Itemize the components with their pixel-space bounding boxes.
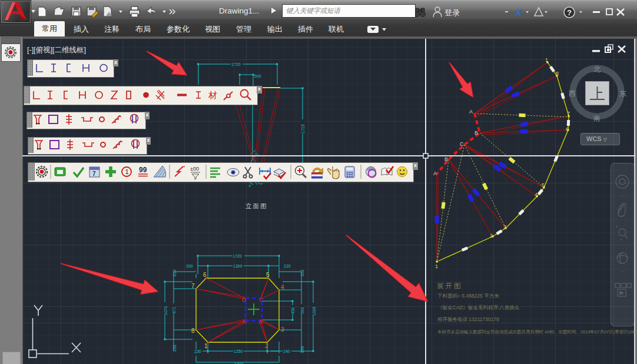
svg-text:6: 6 (203, 272, 207, 278)
svg-text:240: 240 (283, 349, 290, 353)
svg-text:5: 5 (542, 182, 545, 188)
svg-text:1070: 1070 (164, 306, 168, 315)
svg-text:1: 1 (125, 168, 128, 175)
svg-text:202: 202 (300, 269, 304, 276)
svg-text:3: 3 (281, 326, 284, 333)
svg-text:B: B (259, 318, 263, 325)
svg-text:220: 220 (284, 264, 291, 268)
svg-text:210: 210 (172, 269, 177, 276)
svg-text:D: D (242, 296, 246, 303)
svg-text:1028: 1028 (312, 306, 316, 316)
svg-text:3: 3 (503, 224, 506, 230)
svg-text:4: 4 (281, 284, 284, 290)
svg-text:1: 1 (204, 343, 208, 349)
svg-text:230: 230 (194, 349, 201, 353)
svg-text:A: A (242, 318, 246, 325)
svg-text:200: 200 (186, 264, 193, 268)
svg-text:2: 2 (490, 233, 493, 239)
svg-text:1720: 1720 (233, 254, 242, 258)
svg-text:材: 材 (208, 90, 217, 100)
svg-text:1715: 1715 (301, 124, 305, 133)
svg-text:4: 4 (535, 192, 538, 198)
svg-text:99: 99 (139, 166, 147, 174)
svg-text:1: 1 (545, 57, 548, 63)
svg-text:B: B (444, 156, 448, 162)
svg-text:1300: 1300 (233, 264, 243, 268)
svg-text:963: 963 (300, 307, 304, 314)
svg-text:1: 1 (435, 263, 438, 269)
svg-text:500: 500 (254, 74, 261, 78)
svg-text:5: 5 (266, 272, 270, 278)
svg-text:A: A (433, 171, 437, 176)
svg-text:2: 2 (265, 343, 268, 349)
svg-text:246: 246 (300, 346, 304, 353)
svg-text:±00: ±00 (190, 166, 199, 172)
svg-text:C: C (259, 296, 263, 303)
svg-text:233: 233 (172, 345, 177, 352)
svg-text:450: 450 (291, 307, 295, 314)
svg-text:8: 8 (556, 71, 559, 76)
svg-text:7: 7 (191, 283, 195, 289)
svg-text:8: 8 (191, 328, 195, 334)
svg-text:1720: 1720 (231, 62, 241, 66)
svg-text:1250: 1250 (234, 349, 243, 353)
svg-text:B: B (475, 130, 478, 136)
svg-text:7: 7 (92, 171, 96, 177)
svg-text:-0: -0 (248, 184, 251, 188)
svg-text:C: C (460, 141, 464, 147)
svg-text:A: A (469, 109, 473, 115)
svg-text:871: 871 (172, 306, 176, 313)
